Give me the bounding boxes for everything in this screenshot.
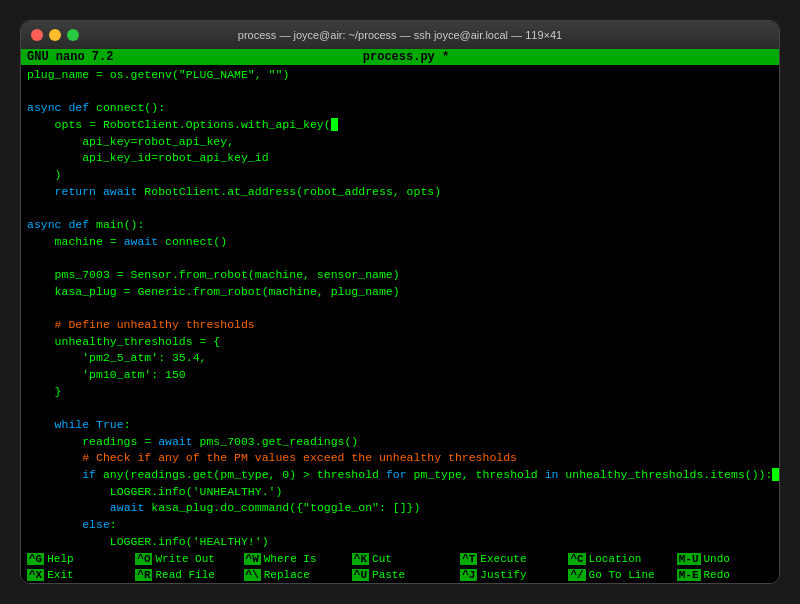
code-line — [27, 84, 773, 101]
code-line: kasa_plug = Generic.from_robot(machine, … — [27, 284, 773, 301]
footer-row-2: ^X Exit ^R Read File ^\ Replace ^U Paste… — [21, 567, 779, 583]
key-justify: ^J — [460, 569, 477, 581]
key-location: ^C — [568, 553, 585, 565]
minimize-button[interactable] — [49, 29, 61, 41]
footer-execute[interactable]: ^T Execute — [454, 551, 562, 567]
code-line: api_key_id=robot_api_key_id — [27, 150, 773, 167]
key-paste: ^U — [352, 569, 369, 581]
label-where-is: Where Is — [264, 553, 317, 565]
code-line — [27, 400, 773, 417]
footer-read-file[interactable]: ^R Read File — [129, 567, 237, 583]
key-where-is: ^W — [244, 553, 261, 565]
label-redo: Redo — [704, 569, 730, 581]
code-line: if any(readings.get(pm_type, 0) > thresh… — [27, 467, 773, 484]
label-undo: Undo — [704, 553, 730, 565]
code-line: pms_7003 = Sensor.from_robot(machine, se… — [27, 267, 773, 284]
key-write-out: ^O — [135, 553, 152, 565]
footer-justify[interactable]: ^J Justify — [454, 567, 562, 583]
titlebar: process — joyce@air: ~/process — ssh joy… — [21, 21, 779, 49]
window-title: process — joyce@air: ~/process — ssh joy… — [238, 29, 562, 41]
footer-exit[interactable]: ^X Exit — [21, 567, 129, 583]
label-cut: Cut — [372, 553, 392, 565]
label-read-file: Read File — [155, 569, 214, 581]
footer-where-is[interactable]: ^W Where Is — [238, 551, 346, 567]
close-button[interactable] — [31, 29, 43, 41]
code-line: api_key=robot_api_key, — [27, 134, 773, 151]
key-replace: ^\ — [244, 569, 261, 581]
code-line: async def connect(): — [27, 100, 773, 117]
label-execute: Execute — [480, 553, 526, 565]
code-line: # Define unhealthy thresholds — [27, 317, 773, 334]
key-redo: M-E — [677, 569, 701, 581]
footer-location[interactable]: ^C Location — [562, 551, 670, 567]
footer-cut[interactable]: ^K Cut — [346, 551, 454, 567]
key-cut: ^K — [352, 553, 369, 565]
footer-undo[interactable]: M-U Undo — [671, 551, 779, 567]
label-help: Help — [47, 553, 73, 565]
label-write-out: Write Out — [155, 553, 214, 565]
nano-filename: process.py * — [217, 49, 596, 65]
footer-paste[interactable]: ^U Paste — [346, 567, 454, 583]
label-justify: Justify — [480, 569, 526, 581]
maximize-button[interactable] — [67, 29, 79, 41]
code-line: else: — [27, 517, 773, 534]
code-line: ) — [27, 167, 773, 184]
code-line: 'pm2_5_atm': 35.4, — [27, 350, 773, 367]
footer-row-1: ^G Help ^O Write Out ^W Where Is ^K Cut … — [21, 551, 779, 567]
key-exit: ^X — [27, 569, 44, 581]
nano-version: GNU nano 7.2 — [21, 49, 217, 65]
code-line: async def main(): — [27, 217, 773, 234]
nano-footer: ^G Help ^O Write Out ^W Where Is ^K Cut … — [21, 551, 779, 583]
traffic-lights — [31, 29, 79, 41]
code-line: plug_name = os.getenv("PLUG_NAME", "") — [27, 67, 773, 84]
editor-area[interactable]: plug_name = os.getenv("PLUG_NAME", "") a… — [21, 65, 779, 551]
code-line: return await RobotClient.at_address(robo… — [27, 184, 773, 201]
code-line — [27, 300, 773, 317]
code-line — [27, 200, 773, 217]
code-line: unhealthy_thresholds = { — [27, 334, 773, 351]
key-undo: M-U — [677, 553, 701, 565]
key-execute: ^T — [460, 553, 477, 565]
code-line: LOGGER.info('HEALTHY!') — [27, 534, 773, 551]
terminal-window: process — joyce@air: ~/process — ssh joy… — [20, 20, 780, 584]
code-line: machine = await connect() — [27, 234, 773, 251]
code-line — [27, 250, 773, 267]
code-line: } — [27, 384, 773, 401]
label-paste: Paste — [372, 569, 405, 581]
code-line: await kasa_plug.do_command({"toggle_on":… — [27, 500, 773, 517]
footer-replace[interactable]: ^\ Replace — [238, 567, 346, 583]
footer-help[interactable]: ^G Help — [21, 551, 129, 567]
footer-write-out[interactable]: ^O Write Out — [129, 551, 237, 567]
footer-go-to-line[interactable]: ^/ Go To Line — [562, 567, 670, 583]
code-line: LOGGER.info('UNHEALTHY.') — [27, 484, 773, 501]
code-line: readings = await pms_7003.get_readings() — [27, 434, 773, 451]
key-read-file: ^R — [135, 569, 152, 581]
code-line: 'pm10_atm': 150 — [27, 367, 773, 384]
label-replace: Replace — [264, 569, 310, 581]
footer-redo[interactable]: M-E Redo — [671, 567, 779, 583]
code-line: while True: — [27, 417, 773, 434]
code-line: # Check if any of the PM values exceed t… — [27, 450, 773, 467]
key-go-to-line: ^/ — [568, 569, 585, 581]
key-help: ^G — [27, 553, 44, 565]
code-line: opts = RobotClient.Options.with_api_key( — [27, 117, 773, 134]
label-go-to-line: Go To Line — [589, 569, 655, 581]
label-location: Location — [589, 553, 642, 565]
label-exit: Exit — [47, 569, 73, 581]
